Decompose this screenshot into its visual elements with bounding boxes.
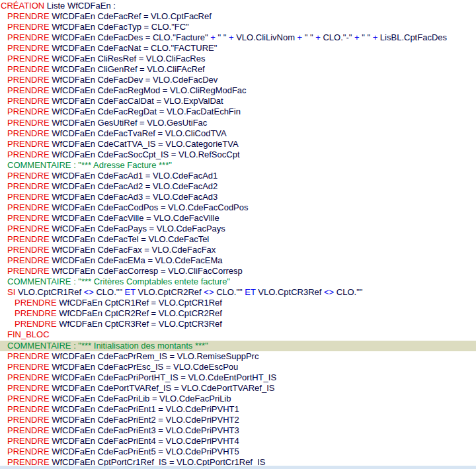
code-line[interactable]: PRENDRE WfCDFaEn CdePortTVARef_IS = VLO.… <box>0 383 476 394</box>
code-line[interactable]: SI VLO.CptCR1Ref <> CLO."" ET VLO.CptCR2… <box>0 287 476 298</box>
token-keyword: PRENDRE <box>7 107 50 116</box>
code-line[interactable]: PRENDRE WfCDFaEn CdeFacPriEnt4 = VLO.Cde… <box>0 436 476 447</box>
token-keyword: PRENDRE <box>7 11 50 21</box>
code-line[interactable]: PRENDRE WfCDFaEn CdeFacCodPos = VLO.CdeF… <box>0 202 476 213</box>
token-keyword: PRENDRE <box>7 213 50 223</box>
token-text: VLO.CliLivNom <box>234 32 298 42</box>
code-line[interactable]: PRENDRE WfCDFaEn CdeFacVille = VLO.CdeFa… <box>0 213 476 224</box>
token-text: WfCDFaEn CdeFacPriEnt3 = VLO.CdePriPVHT3 <box>50 425 239 435</box>
token-keyword: PRENDRE <box>7 245 50 255</box>
code-line[interactable]: PRENDRE WfCDFaEn CdeFacTvaRef = VLO.CliC… <box>0 128 476 139</box>
code-line[interactable]: PRENDRE WfCDFaEn CdeFacPriEnt2 = VLO.Cde… <box>0 415 476 425</box>
token-keyword: PRENDRE <box>7 75 50 85</box>
token-comment: COMMENTAIRE : "*** Adresse Facture ***" <box>7 160 172 170</box>
token-keyword: PRENDRE <box>7 181 50 191</box>
code-line[interactable]: PRENDRE WfCDFaEn CliResRef = VLO.CliFacR… <box>0 54 476 64</box>
code-line[interactable]: PRENDRE WfCDFaEn CdeFacDev = VLO.CdeFacD… <box>0 75 476 85</box>
token-keyword: PRENDRE <box>7 96 50 106</box>
code-line[interactable]: PRENDRE WfCDFaEn CdeFacCorresp = VLO.Cli… <box>0 266 476 277</box>
code-line[interactable]: PRENDRE WfCDFaEn CdeFacNat = CLO."FACTUR… <box>0 43 476 54</box>
token-keyword: PRENDRE <box>15 298 57 308</box>
code-line[interactable]: PRENDRE WfCDFaEn CptCR3Ref = VLO.CptCR3R… <box>0 319 476 329</box>
token-keyword: PRENDRE <box>7 351 50 361</box>
token-text: WfCDFaEn CptCR3Ref = VLO.CptCR3Ref <box>57 319 222 329</box>
token-keyword: PRENDRE <box>7 372 50 382</box>
token-text: WfCDFaEn CdeFacTel = VLO.CdeFacTel <box>50 234 210 244</box>
token-text: WfCDFaEn CdeFacPays = VLO.CdeFacPays <box>50 224 225 234</box>
token-keyword: PRENDRE <box>7 64 50 74</box>
code-line[interactable]: PRENDRE WfCDFaEn CdeFacPrEsc_IS = VLO.Cd… <box>0 362 476 372</box>
token-operator: ET <box>245 287 255 297</box>
token-keyword: PRENDRE <box>7 447 50 456</box>
token-text: CLO."" <box>94 287 125 297</box>
code-line[interactable]: PRENDRE WfCDFaEn CliGenRef = VLO.CliFAcR… <box>0 64 476 75</box>
token-text: WfCDFaEn CdeFacCorresp = VLO.CliFacCorre… <box>50 266 243 276</box>
token-comment: COMMENTAIRE : "*** Critères Comptables e… <box>7 277 230 286</box>
token-text: WfCDFaEn CdeFacDes = CLO."Facture" <box>50 32 211 42</box>
token-keyword: PRENDRE <box>7 54 50 64</box>
token-text: " " <box>302 32 315 42</box>
code-line[interactable]: PRENDRE WfCDFaEn CdeFacDes = CLO."Factur… <box>0 32 476 43</box>
token-comment: COMMENTAIRE : "*** Initialisation des mo… <box>7 341 208 351</box>
token-operator: ET <box>125 287 136 297</box>
code-line[interactable]: PRENDRE WfCDFaEn CdeFacSocCpt_IS = VLO.R… <box>0 149 476 160</box>
token-text: WfCDFaEn CdeFacPriEnt5 = VLO.CdePriPVHT5 <box>50 447 239 456</box>
token-keyword: PRENDRE <box>7 139 50 149</box>
code-line[interactable]: COMMENTAIRE : "*** Critères Comptables e… <box>0 277 476 287</box>
token-keyword: PRENDRE <box>7 404 50 414</box>
code-line[interactable]: FIN_BLOC <box>0 329 476 340</box>
code-line[interactable]: PRENDRE WfCDFaEn CdeFacPays = VLO.CdeFac… <box>0 224 476 234</box>
token-text: WfCDFaEn CdePortTVARef_IS = VLO.CdePortT… <box>50 383 275 393</box>
code-line[interactable]: PRENDRE WfCDFaEn CdeFacCalDat = VLO.ExpV… <box>0 96 476 107</box>
token-keyword: PRENDRE <box>7 234 50 244</box>
token-text: WfCDFaEn CptCR1Ref = VLO.CptCR1Ref <box>57 298 222 308</box>
code-line[interactable]: PRENDRE WfCDFaEn CdeCatTVA_IS = VLO.Cate… <box>0 139 476 149</box>
code-line[interactable]: PRENDRE WfCDFaEn CdeFacPriEnt5 = VLO.Cde… <box>0 447 476 457</box>
token-text: WfCDFaEn CdeFacAd3 = VLO.CdeFacAd3 <box>50 192 218 202</box>
token-text: WfCDFaEn CdeFacAd2 = VLO.CdeFacAd2 <box>50 181 218 191</box>
token-keyword: PRENDRE <box>7 118 50 128</box>
code-line[interactable]: CRÉATION Liste WfCDFaEn : <box>0 1 476 11</box>
code-line[interactable]: PRENDRE WfCDFaEn CdeFacRegMod = VLO.CliR… <box>0 85 476 96</box>
token-keyword: SI <box>7 287 15 297</box>
code-line[interactable]: PRENDRE WfCDFaEn CdeFacRef = VLO.CptFacR… <box>0 11 476 22</box>
code-line[interactable]: PRENDRE WfCDFaEn CdeFacAd3 = VLO.CdeFacA… <box>0 192 476 202</box>
token-keyword: PRENDRE <box>7 22 50 32</box>
token-operator: + <box>315 32 321 42</box>
bottom-edge-strip <box>0 466 476 469</box>
code-line[interactable]: PRENDRE WfCDFaEn CdeFacAd1 = VLO.CdeFacA… <box>0 171 476 181</box>
code-line[interactable]: PRENDRE WfCDFaEn CdeFacAd2 = VLO.CdeFacA… <box>0 181 476 192</box>
token-text: WfCDFaEn CdeFacPriEnt1 = VLO.CdePriPVHT1 <box>50 404 239 414</box>
code-line[interactable]: PRENDRE WfCDFaEn CdeFacPrRem_IS = VLO.Re… <box>0 351 476 362</box>
code-line[interactable]: PRENDRE WfCDFaEn CdeFacFax = VLO.CdeFacF… <box>0 245 476 255</box>
code-line[interactable]: PRENDRE WfCDFaEn CdeFacPriEnt1 = VLO.Cde… <box>0 404 476 415</box>
token-text: " " <box>216 32 229 42</box>
token-text: WfCDFaEn CliResRef = VLO.CliFacRes <box>50 54 206 64</box>
code-line[interactable]: PRENDRE WfCDFaEn CdeFacPriPortHT_IS = VL… <box>0 372 476 383</box>
token-keyword: PRENDRE <box>7 43 50 53</box>
token-text: Liste WfCDFaEn : <box>44 1 116 11</box>
token-keyword: FIN_BLOC <box>7 329 50 339</box>
token-text: CLO."" <box>334 287 362 297</box>
code-line[interactable]: PRENDRE WfCDFaEn CptCR1Ref = VLO.CptCR1R… <box>0 298 476 308</box>
code-line[interactable]: PRENDRE WfCDFaEn CdeFacPriEnt3 = VLO.Cde… <box>0 425 476 436</box>
token-operator: + <box>354 32 360 42</box>
token-text: WfCDFaEn CdeFacTvaRef = VLO.CliCodTVA <box>50 128 227 138</box>
token-text: WfCDFaEn CdeFacVille = VLO.CdeFacVille <box>50 213 219 223</box>
token-text: WfCDFaEn CdeFacPriEnt4 = VLO.CdePriPVHT4 <box>50 436 239 446</box>
code-line-highlighted[interactable]: COMMENTAIRE : "*** Initialisation des mo… <box>0 341 476 351</box>
code-line[interactable]: PRENDRE WfCDFaEn CdeFacTel = VLO.CdeFacT… <box>0 234 476 245</box>
code-line[interactable]: PRENDRE WfCDFaEn CdeFacTyp = CLO."FC" <box>0 22 476 32</box>
token-keyword: PRENDRE <box>15 308 57 318</box>
code-line[interactable]: COMMENTAIRE : "*** Adresse Facture ***" <box>0 160 476 171</box>
code-line[interactable]: PRENDRE WfCDFaEn CdeFacRegDat = VLO.FacD… <box>0 107 476 117</box>
token-keyword: PRENDRE <box>7 415 50 425</box>
token-keyword: PRENDRE <box>7 85 50 95</box>
token-text: CLO."-" <box>321 32 354 42</box>
token-keyword: PRENDRE <box>7 255 50 265</box>
code-line[interactable]: PRENDRE WfCDFaEn CdeFacEMa = VLO.CdeFacE… <box>0 255 476 266</box>
token-text: WfCDFaEn CdeFacPrRem_IS = VLO.RemiseSupp… <box>50 351 259 361</box>
code-line[interactable]: PRENDRE WfCDFaEn CdeFacPriLib = VLO.CdeF… <box>0 394 476 404</box>
code-line[interactable]: PRENDRE WfCDFaEn GesUtiRef = VLO.GesUtiF… <box>0 118 476 128</box>
code-line[interactable]: PRENDRE WfCDFaEn CptCR2Ref = VLO.CptCR2R… <box>0 308 476 319</box>
